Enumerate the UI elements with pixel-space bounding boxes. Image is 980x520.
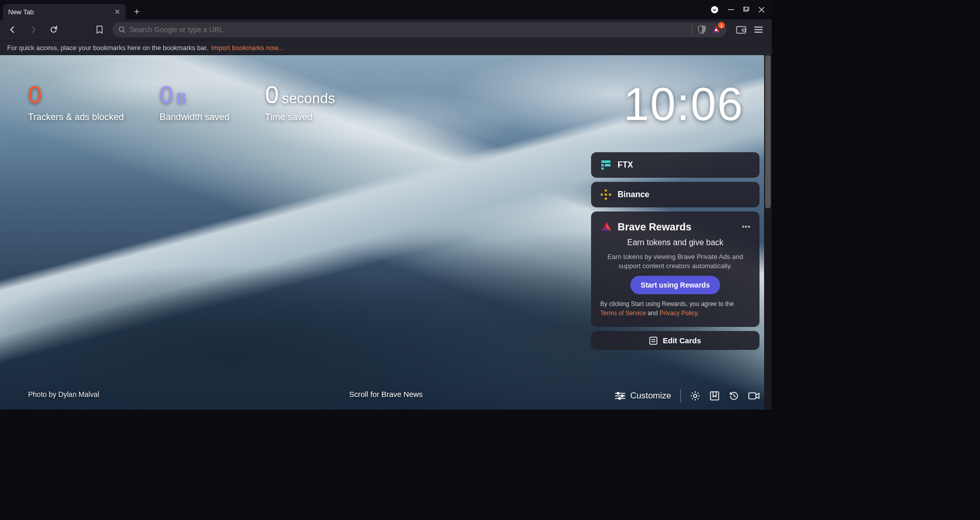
bookmark-icon[interactable]	[92, 22, 107, 37]
svg-rect-11	[601, 160, 610, 163]
window-controls	[710, 6, 772, 14]
menu-icon[interactable]	[754, 26, 763, 34]
card-ftx[interactable]: FTX	[591, 152, 760, 178]
stat-trackers-label: Trackers & ads blocked	[28, 112, 124, 123]
edit-cards-button[interactable]: Edit Cards	[591, 331, 760, 350]
shields-icon[interactable]	[697, 25, 706, 34]
tab-new-tab[interactable]: New Tab ✕	[3, 4, 126, 19]
ftx-icon	[600, 159, 611, 171]
video-call-icon[interactable]	[748, 391, 760, 400]
svg-rect-1	[728, 9, 734, 10]
bookmarks-panel-icon[interactable]	[709, 391, 720, 401]
scrollbar-thumb[interactable]	[765, 55, 771, 208]
tos-link[interactable]: Terms of Service	[600, 310, 646, 317]
svg-point-5	[701, 28, 703, 30]
svg-rect-2	[744, 7, 748, 11]
svg-rect-14	[601, 168, 604, 170]
svg-rect-10	[754, 32, 763, 33]
svg-rect-7	[737, 27, 746, 33]
stat-time-unit: seconds	[282, 90, 335, 107]
window-titlebar: New Tab ✕ ＋	[0, 0, 772, 19]
rewards-icon[interactable]	[712, 25, 721, 34]
svg-rect-8	[754, 27, 763, 28]
svg-rect-21	[651, 339, 655, 340]
close-tab-icon[interactable]: ✕	[114, 8, 120, 16]
svg-point-24	[617, 392, 619, 394]
svg-point-28	[619, 397, 621, 399]
svg-point-29	[694, 394, 697, 397]
card-rewards-menu-icon[interactable]: •••	[742, 222, 750, 231]
toolbar	[0, 19, 772, 40]
cards-panel: FTX Binance Brave Rewards •••	[591, 152, 760, 350]
customize-label: Customize	[630, 391, 671, 401]
reload-button[interactable]	[46, 22, 61, 37]
svg-rect-16	[600, 193, 603, 196]
binance-icon	[600, 189, 611, 200]
scroll-for-news[interactable]: Scroll for Brave News	[349, 390, 423, 398]
photo-credit[interactable]: Photo by Dylan Malval	[28, 390, 99, 398]
card-binance-label: Binance	[618, 190, 649, 199]
stat-bandwidth-value: 0	[159, 81, 173, 109]
edit-cards-label: Edit Cards	[663, 336, 701, 345]
stat-time-value: 0	[265, 81, 279, 109]
clock: 10:06	[624, 78, 744, 131]
address-bar[interactable]	[112, 22, 727, 37]
back-button[interactable]	[5, 22, 20, 37]
footer-actions: Customize	[615, 389, 760, 403]
stat-bandwidth-label: Bandwidth saved	[159, 112, 229, 123]
stats-panel: 0 Trackers & ads blocked 0 B Bandwidth s…	[28, 81, 335, 123]
new-tab-button[interactable]: ＋	[130, 4, 144, 18]
svg-rect-18	[608, 193, 611, 196]
svg-rect-31	[749, 393, 756, 399]
bat-icon	[600, 221, 612, 233]
tab-strip: New Tab ✕ ＋	[0, 0, 144, 19]
stat-trackers-value: 0	[28, 81, 42, 109]
card-ftx-label: FTX	[618, 160, 633, 170]
separator	[680, 389, 681, 403]
bookmarks-bar: For quick access, place your bookmarks h…	[0, 40, 772, 55]
customize-button[interactable]: Customize	[615, 391, 671, 401]
svg-point-0	[711, 6, 718, 13]
close-window-icon[interactable]	[758, 7, 765, 13]
forward-button[interactable]	[26, 22, 41, 37]
svg-rect-13	[605, 164, 610, 167]
search-icon	[118, 26, 126, 33]
history-icon[interactable]	[729, 391, 739, 401]
svg-rect-17	[604, 193, 607, 196]
card-rewards-title: Brave Rewards	[618, 221, 692, 233]
stat-bandwidth-unit: B	[176, 89, 186, 107]
import-bookmarks-link[interactable]: Import bookmarks now...	[211, 44, 284, 52]
card-rewards-subtitle: Earn tokens and give back	[600, 238, 750, 247]
svg-point-26	[621, 395, 623, 397]
new-tab-page: 0 Trackers & ads blocked 0 B Bandwidth s…	[0, 55, 772, 410]
card-rewards-desc: Earn tokens by viewing Brave Private Ads…	[600, 252, 750, 271]
svg-rect-12	[601, 164, 604, 167]
edit-cards-icon	[649, 337, 657, 345]
sliders-icon	[615, 392, 625, 400]
card-binance[interactable]: Binance	[591, 182, 760, 207]
svg-rect-19	[604, 197, 607, 200]
settings-icon[interactable]	[690, 391, 700, 401]
svg-rect-9	[754, 29, 763, 30]
start-rewards-button[interactable]: Start using Rewards	[630, 276, 720, 294]
card-rewards: Brave Rewards ••• Earn tokens and give b…	[591, 211, 760, 327]
card-rewards-terms: By clicking Start using Rewards, you agr…	[600, 299, 750, 318]
vertical-scrollbar[interactable]	[764, 55, 772, 410]
stat-time: 0 seconds Time saved	[265, 81, 335, 123]
wallet-icon[interactable]	[736, 25, 746, 34]
svg-rect-22	[651, 341, 655, 342]
bookmarks-hint: For quick access, place your bookmarks h…	[7, 44, 208, 52]
privacy-link[interactable]: Privacy Policy	[659, 310, 697, 317]
svg-rect-20	[650, 337, 657, 344]
tab-title: New Tab	[8, 8, 34, 16]
svg-point-4	[119, 27, 124, 32]
stat-bandwidth: 0 B Bandwidth saved	[159, 81, 229, 123]
url-input[interactable]	[130, 26, 688, 34]
svg-point-6	[715, 29, 717, 31]
stat-time-label: Time saved	[265, 112, 335, 123]
search-tabs-icon[interactable]	[710, 6, 719, 14]
svg-rect-15	[604, 189, 607, 192]
maximize-icon[interactable]	[743, 7, 749, 13]
minimize-icon[interactable]	[728, 7, 734, 13]
stat-trackers: 0 Trackers & ads blocked	[28, 81, 124, 123]
